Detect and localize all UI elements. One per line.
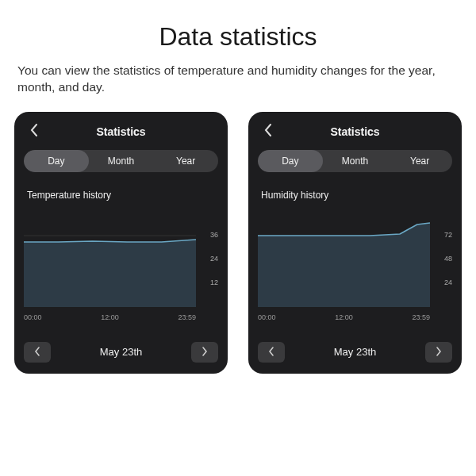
date-label: May 23th (100, 346, 142, 358)
x-tick: 12:00 (101, 313, 119, 321)
chevron-left-icon (34, 345, 40, 359)
x-tick: 00:00 (24, 313, 42, 321)
segment-year[interactable]: Year (387, 150, 452, 172)
segment-day[interactable]: Day (258, 150, 323, 172)
segment-month[interactable]: Month (89, 150, 154, 172)
phone-screen-temperature: Statistics Day Month Year Temperature hi… (14, 112, 228, 374)
x-tick: 12:00 (335, 313, 353, 321)
page-title: Data statistics (0, 22, 476, 52)
y-tick: 24 (210, 255, 218, 263)
screen-title: Statistics (96, 125, 145, 138)
x-axis: 00:00 12:00 23:59 (258, 313, 452, 321)
y-tick: 48 (444, 255, 452, 263)
app-header: Statistics (258, 121, 452, 142)
y-tick: 24 (444, 278, 452, 286)
chart-title: Humidity history (258, 190, 452, 201)
chevron-left-icon (30, 124, 38, 140)
app-header: Statistics (24, 121, 218, 142)
x-tick: 00:00 (258, 313, 276, 321)
back-button[interactable] (259, 123, 277, 140)
chart-plot (258, 212, 430, 307)
x-axis: 00:00 12:00 23:59 (24, 313, 218, 321)
chart-plot (24, 212, 196, 307)
chevron-right-icon (202, 345, 208, 359)
date-next-button[interactable] (191, 342, 218, 363)
screenshots-row: Statistics Day Month Year Temperature hi… (0, 112, 476, 374)
x-tick: 23:59 (178, 313, 196, 321)
date-prev-button[interactable] (24, 342, 51, 363)
chart-title: Temperature history (24, 190, 218, 201)
chart-area: 72 48 24 (258, 212, 452, 307)
y-tick: 72 (444, 231, 452, 239)
date-next-button[interactable] (425, 342, 452, 363)
date-label: May 23th (334, 346, 376, 358)
date-prev-button[interactable] (258, 342, 285, 363)
chevron-left-icon (268, 345, 274, 359)
x-tick: 23:59 (412, 313, 430, 321)
chart-area: 36 24 12 (24, 212, 218, 307)
screen-title: Statistics (330, 125, 379, 138)
y-tick: 12 (210, 278, 218, 286)
time-range-segmented: Day Month Year (24, 150, 218, 172)
segment-month[interactable]: Month (323, 150, 388, 172)
page-subtitle: You can view the statistics of temperatu… (0, 63, 476, 112)
chevron-left-icon (264, 124, 272, 140)
date-picker: May 23th (258, 331, 452, 363)
back-button[interactable] (25, 123, 43, 140)
chevron-right-icon (436, 345, 442, 359)
time-range-segmented: Day Month Year (258, 150, 452, 172)
phone-screen-humidity: Statistics Day Month Year Humidity histo… (248, 112, 462, 374)
segment-year[interactable]: Year (153, 150, 218, 172)
date-picker: May 23th (24, 331, 218, 363)
y-tick: 36 (210, 231, 218, 239)
segment-day[interactable]: Day (24, 150, 89, 172)
